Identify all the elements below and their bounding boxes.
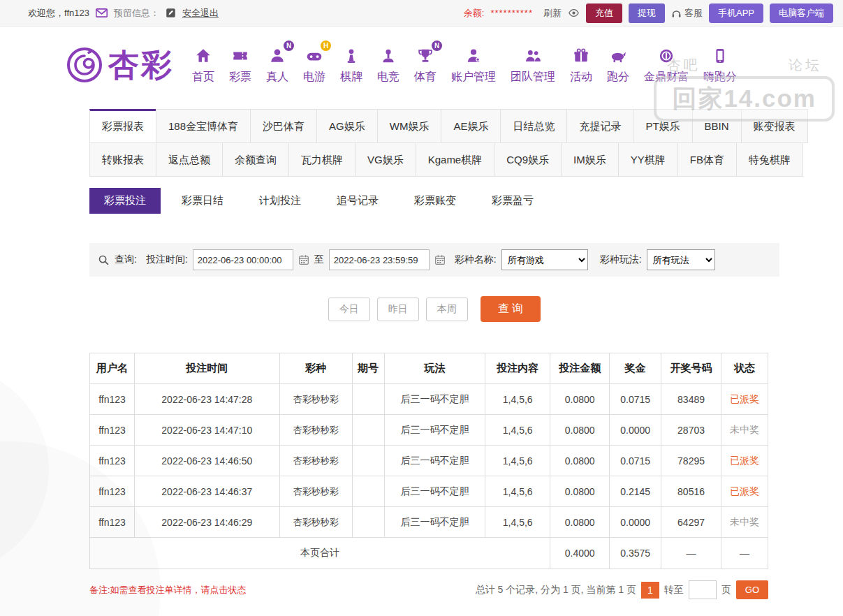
activity-gift-icon xyxy=(572,45,590,66)
status-cell[interactable]: 未中奖 xyxy=(721,415,768,446)
table-row: ffn1232022-06-23 14:46:50杏彩秒秒彩后三一码不定胆1,4… xyxy=(90,446,768,476)
report-tab[interactable]: Kgame棋牌 xyxy=(416,142,495,177)
deposit-button[interactable]: 充值 xyxy=(586,3,622,23)
today-button[interactable]: 今日 xyxy=(328,298,370,321)
search-button[interactable]: 查 询 xyxy=(481,296,541,322)
refresh-link[interactable]: 刷新 xyxy=(543,7,562,20)
nav-item[interactable]: 跑分 xyxy=(607,45,629,85)
status-cell[interactable]: 已派奖 xyxy=(721,446,768,476)
brand-name: 杏彩 xyxy=(108,45,174,86)
nav-item[interactable]: 电竞 xyxy=(377,45,399,85)
bets-table: 用户名投注时间彩种期号玩法投注内容投注金额奖金开奖号码状态 ffn1232022… xyxy=(89,353,768,569)
hipaofen-phone-icon xyxy=(711,45,729,66)
this-week-button[interactable]: 本周 xyxy=(426,298,468,321)
report-tab[interactable]: 充提记录 xyxy=(566,109,633,143)
eye-icon[interactable] xyxy=(568,8,580,17)
nav-item[interactable]: 首页 xyxy=(192,45,214,85)
report-tab[interactable]: BBIN xyxy=(692,109,742,143)
mobile-app-button[interactable]: 手机APP xyxy=(709,3,763,23)
report-tab[interactable]: 彩票报表 xyxy=(89,109,156,143)
report-tab[interactable]: IM娱乐 xyxy=(561,142,619,177)
report-tab[interactable]: 账变报表 xyxy=(741,109,808,143)
nav-item[interactable]: H电游 xyxy=(303,45,325,85)
end-time-input[interactable] xyxy=(329,249,430,270)
brand-logo[interactable]: 杏彩 xyxy=(66,45,174,86)
status-cell[interactable]: 已派奖 xyxy=(721,476,768,507)
report-tab[interactable]: CQ9娱乐 xyxy=(494,142,562,177)
prize-cell: 0.0000 xyxy=(610,507,661,538)
report-tab[interactable]: AE娱乐 xyxy=(441,109,501,143)
report-tab[interactable]: WM娱乐 xyxy=(377,109,442,143)
tabs-row-2: 转账报表返点总额余额查询瓦力棋牌VG娱乐Kgame棋牌CQ9娱乐IM娱乐YY棋牌… xyxy=(89,142,779,177)
welcome-text: 欢迎您，ffn123 xyxy=(28,7,89,20)
report-tab[interactable]: PT娱乐 xyxy=(633,109,692,143)
wealth-coin-icon xyxy=(657,45,675,66)
team-icon xyxy=(524,45,542,66)
goto-page-input[interactable] xyxy=(689,580,717,599)
report-tab[interactable]: 返点总额 xyxy=(156,142,223,177)
amount-cell: 0.0800 xyxy=(550,446,610,476)
sub-tab[interactable]: 彩票盈亏 xyxy=(477,188,548,214)
report-tab[interactable]: 转账报表 xyxy=(89,142,156,177)
nav-item[interactable]: N真人 xyxy=(266,45,288,85)
game-cell: 杏彩秒秒彩 xyxy=(279,476,352,507)
go-button[interactable]: GO xyxy=(736,580,768,599)
nav-item[interactable]: 账户管理 xyxy=(451,45,496,85)
nav-item[interactable]: 团队管理 xyxy=(511,45,555,85)
play-cell: 后三一码不定胆 xyxy=(384,507,485,538)
calendar-icon[interactable] xyxy=(434,254,446,265)
game-select[interactable]: 所有游戏 xyxy=(501,249,588,270)
site-header: 杏彩 首页彩票N真人H电游棋牌电竞N体育账户管理团队管理活动跑分金鼎财富嗨跑分 … xyxy=(0,27,843,103)
sub-tab[interactable]: 彩票日结 xyxy=(167,188,238,214)
report-tab[interactable]: 特兔棋牌 xyxy=(736,142,803,177)
current-page[interactable]: 1 xyxy=(641,582,659,599)
nav-label: 首页 xyxy=(192,70,214,85)
sub-tab[interactable]: 计划投注 xyxy=(244,188,316,214)
issue-cell xyxy=(352,476,384,507)
customer-service-link[interactable]: 客服 xyxy=(671,7,703,20)
nav-item[interactable]: 金鼎财富 xyxy=(644,45,689,85)
game-cell: 杏彩秒秒彩 xyxy=(279,507,352,538)
status-cell[interactable]: 未中奖 xyxy=(721,507,768,538)
sub-tab[interactable]: 追号记录 xyxy=(322,188,393,214)
play-select[interactable]: 所有玩法 xyxy=(647,249,715,270)
topbar: 欢迎您，ffn123 预留信息： 安全退出 余额: ********** 刷新 … xyxy=(0,0,843,27)
nav-item[interactable]: 活动 xyxy=(570,45,592,85)
report-tab[interactable]: 沙巴体育 xyxy=(250,109,317,143)
report-tab[interactable]: 日结总览 xyxy=(500,109,567,143)
calendar-icon[interactable] xyxy=(298,254,309,265)
esports-joystick-icon xyxy=(379,45,397,66)
nav-label: 电游 xyxy=(303,70,325,85)
report-tab[interactable]: 瓦力棋牌 xyxy=(288,142,355,177)
nav-item[interactable]: N体育 xyxy=(414,45,437,85)
pagination-summary: 总计 5 个记录, 分为 1 页, 当前第 1 页 xyxy=(476,584,636,596)
summary-row: 本页合计 0.4000 0.3575 — — xyxy=(90,538,768,569)
subtabs: 彩票投注彩票日结计划投注追号记录彩票账变彩票盈亏 xyxy=(89,188,779,214)
lottery-ticket-icon xyxy=(231,45,249,66)
report-tab[interactable]: FB体育 xyxy=(677,142,737,177)
report-tab[interactable]: 188金宝博体育 xyxy=(156,109,251,143)
status-cell[interactable]: 已派奖 xyxy=(721,384,768,415)
start-time-input[interactable] xyxy=(193,249,293,270)
logout-link[interactable]: 安全退出 xyxy=(182,7,219,20)
nav-item[interactable]: 棋牌 xyxy=(340,45,362,85)
withdraw-button[interactable]: 提现 xyxy=(629,3,665,23)
summary-prize: 0.3575 xyxy=(610,538,661,569)
yesterday-button[interactable]: 昨日 xyxy=(377,298,419,321)
report-tab[interactable]: AG娱乐 xyxy=(316,109,378,143)
column-header: 状态 xyxy=(721,353,768,384)
report-tab[interactable]: YY棋牌 xyxy=(618,142,678,177)
mail-icon[interactable] xyxy=(96,8,108,17)
sub-tab[interactable]: 彩票账变 xyxy=(399,188,471,214)
edit-icon[interactable] xyxy=(166,8,176,18)
issue-cell xyxy=(352,507,384,538)
report-tab[interactable]: VG娱乐 xyxy=(355,142,416,177)
report-tab[interactable]: 余额查询 xyxy=(222,142,289,177)
sub-tab[interactable]: 彩票投注 xyxy=(89,188,161,214)
query-label: 查询: xyxy=(115,254,137,266)
nav-item[interactable]: 彩票 xyxy=(229,45,251,85)
pc-client-button[interactable]: 电脑客户端 xyxy=(770,3,833,23)
main-nav: 首页彩票N真人H电游棋牌电竞N体育账户管理团队管理活动跑分金鼎财富嗨跑分 xyxy=(192,45,737,85)
quick-buttons-row: 今日 昨日 本周 查 询 xyxy=(89,296,779,322)
nav-item[interactable]: 嗨跑分 xyxy=(703,45,737,85)
